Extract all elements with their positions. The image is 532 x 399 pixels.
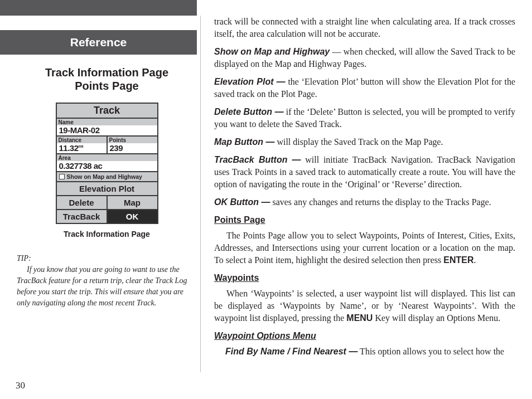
map-term: Map Button — [214,137,274,147]
distance-label: Distance [57,137,107,143]
distance-number: 11.32 [59,143,79,153]
tip-head: TIP: [17,253,197,264]
checkbox-icon [59,174,65,179]
ok-term: OK Button — [214,197,270,207]
points-page-paragraph: The Points Page allow you to select Wayp… [214,230,515,266]
show-on-map-desc: Show on Map and Highway — when checked, … [214,46,515,70]
tracback-button: TracBack [57,210,108,223]
ok-button-desc: OK Button — saves any changes and return… [214,196,515,208]
find-by-name-desc: Find By Name / Find Nearest — This optio… [225,346,515,358]
elevation-plot-desc: Elevation Plot — the ‘Elevation Plot’ bu… [214,76,515,100]
page-number: 30 [16,380,25,391]
points-value: 239 [108,143,157,153]
name-label: Name [57,119,157,125]
map-desc: will display the Saved Track on the Map … [274,137,443,147]
ok-desc: saves any changes and returns the displa… [270,197,491,207]
elevation-plot-button: Elevation Plot [57,182,157,196]
tip-block: TIP: If you know that you are going to w… [17,253,197,309]
fbn-desc: This option allows you to select how the [357,347,504,356]
delete-button: Delete [57,196,108,209]
device-screenshot: Track Name 19-MAR-02 Distance 11.32mi Po… [56,103,158,224]
page-subtitle: Track Information Page Points Page [17,66,197,93]
show-on-map-row: Show on Map and Highway [57,172,157,182]
intro-paragraph: track will be connected with a straight … [214,16,515,40]
elev-term: Elevation Plot — [214,77,286,86]
right-column: track will be connected with a straight … [214,16,515,363]
distance-unit: mi [79,144,83,149]
map-button: Map [108,196,157,209]
checkbox-label: Show on Map and Highway [67,173,142,180]
map-button-desc: Map Button — will display the Saved Trac… [214,136,515,148]
fbn-term: Find By Name / Find Nearest — [225,347,357,356]
period: . [473,255,476,265]
distance-value: 11.32mi [57,143,107,153]
waypoints-text-b: Key will display an Options Menu. [373,313,500,323]
area-label: Area [57,154,157,161]
top-gray-bar [0,0,197,16]
waypoint-options-heading: Waypoint Options Menu [214,330,515,342]
name-value: 19-MAR-02 [57,125,157,137]
points-label: Points [108,137,157,143]
left-column: Track Information Page Points Page Track… [17,66,197,309]
enter-key: ENTER [443,255,473,265]
subtitle-line1: Track Information Page [45,66,168,79]
trac-term: TracBack Button — [214,155,301,164]
ok-button: OK [108,210,157,223]
section-bar: Reference [0,30,197,55]
tracback-button-desc: TracBack Button — will initiate TracBack… [214,154,515,191]
device-title: Track [57,104,157,119]
column-divider [200,16,201,372]
screenshot-caption: Track Information Page [17,230,197,239]
del-term: Delete Button — [214,107,284,116]
menu-key: MENU [346,313,373,323]
area-value: 0.327738 ac [57,161,157,172]
show-term: Show on Map and Highway [214,47,330,56]
waypoints-heading: Waypoints [214,272,515,284]
points-page-heading: Points Page [214,214,515,226]
delete-button-desc: Delete Button — if the ‘Delete’ Button i… [214,106,515,130]
tip-body: If you know that you are going to want t… [17,264,197,309]
waypoints-paragraph: When ‘Waypoints’ is selected, a user way… [214,288,515,324]
subtitle-line2: Points Page [75,80,138,92]
